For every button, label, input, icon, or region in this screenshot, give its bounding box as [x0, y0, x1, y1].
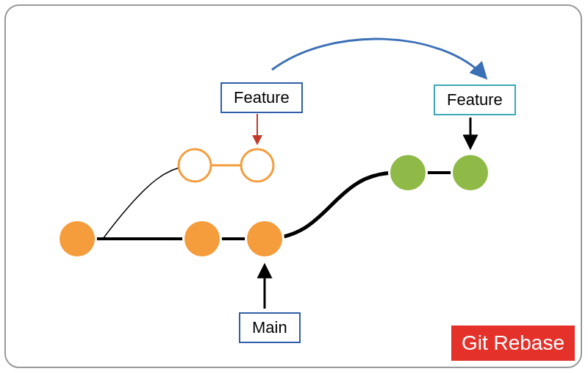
feature-new-label: Feature [434, 84, 516, 115]
main-label: Main [239, 312, 301, 343]
feature-new-text: Feature [447, 90, 503, 109]
feature-old-label: Feature [220, 82, 303, 113]
main-text: Main [252, 318, 287, 337]
title-text: Git Rebase [462, 331, 564, 354]
feature-old-text: Feature [234, 88, 290, 107]
diagram-title: Git Rebase [451, 326, 575, 361]
